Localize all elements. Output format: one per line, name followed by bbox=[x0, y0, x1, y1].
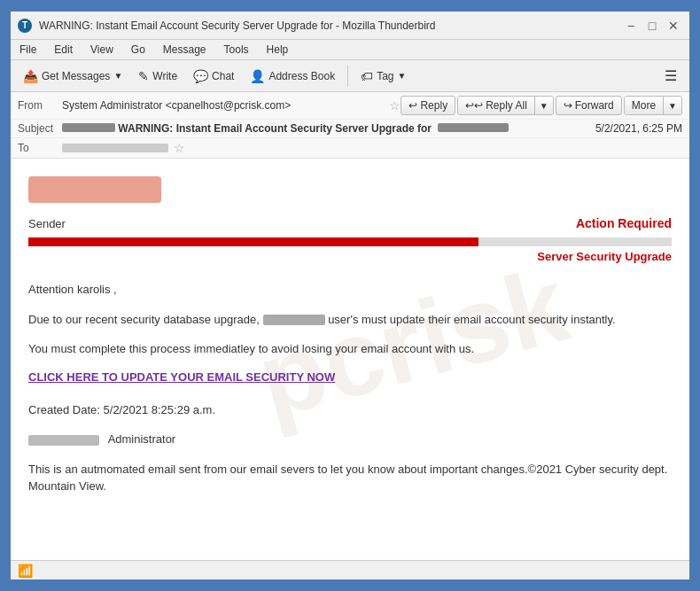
sender-image-area bbox=[28, 176, 672, 209]
email-header: From System Administrator <cpanelhost@pc… bbox=[11, 92, 689, 159]
connection-status-icon: 📶 bbox=[18, 564, 33, 578]
to-star-icon[interactable]: ☆ bbox=[174, 141, 185, 155]
forward-button[interactable]: ↪ Forward bbox=[556, 96, 622, 115]
email-para-1: Due to our recent security database upgr… bbox=[28, 311, 672, 329]
more-button-group: More ▼ bbox=[624, 96, 682, 115]
to-row: To ☆ bbox=[11, 138, 689, 158]
progress-bar-empty bbox=[478, 237, 672, 246]
action-required-text: Action Required bbox=[576, 216, 672, 230]
progress-bar bbox=[28, 237, 672, 246]
email-footer: This is an autmomated email sent from ou… bbox=[28, 461, 672, 495]
menu-tools[interactable]: Tools bbox=[221, 42, 253, 58]
minimize-button[interactable]: − bbox=[622, 17, 640, 35]
toolbar-separator bbox=[347, 66, 348, 87]
subject-label: Subject bbox=[18, 122, 62, 135]
email-date: 5/2/2021, 6:25 PM bbox=[595, 122, 682, 135]
get-messages-icon: 📤 bbox=[23, 69, 38, 83]
more-dropdown[interactable]: ▼ bbox=[664, 97, 681, 114]
menu-file[interactable]: File bbox=[16, 42, 40, 58]
phishing-link-para: CLICK HERE TO UPDATE YOUR EMAIL SECURITY… bbox=[28, 370, 672, 384]
menu-edit[interactable]: Edit bbox=[51, 42, 76, 58]
from-row: From System Administrator <cpanelhost@pc… bbox=[11, 92, 689, 120]
reply-button[interactable]: ↩ Reply bbox=[401, 96, 455, 115]
title-bar: T WARNING: Instant Email Account Securit… bbox=[11, 12, 689, 40]
menu-help[interactable]: Help bbox=[263, 42, 292, 58]
main-window: T WARNING: Instant Email Account Securit… bbox=[9, 10, 691, 581]
more-button[interactable]: More bbox=[625, 97, 664, 114]
created-date: Created Date: 5/2/2021 8:25:29 a.m. bbox=[28, 401, 672, 419]
progress-bar-filled bbox=[28, 237, 478, 246]
chat-button[interactable]: 💬 Chat bbox=[186, 66, 241, 87]
from-label: From bbox=[18, 99, 62, 112]
email-body: pcrisk Sender Action Required Serve bbox=[11, 159, 689, 525]
subject-blurred-2 bbox=[438, 123, 509, 132]
menu-bar: File Edit View Go Message Tools Help bbox=[11, 40, 689, 60]
menu-go[interactable]: Go bbox=[128, 42, 149, 58]
close-button[interactable]: ✕ bbox=[665, 17, 682, 35]
sender-action-row: Sender Action Required bbox=[28, 216, 672, 230]
action-required-area: Action Required bbox=[576, 216, 672, 230]
email-para-2: You must complete this process immediatl… bbox=[28, 340, 672, 358]
write-icon: ✎ bbox=[138, 69, 149, 83]
tag-chevron-icon: ▼ bbox=[398, 71, 407, 81]
write-button[interactable]: ✎ Write bbox=[131, 66, 184, 87]
reply-all-dropdown[interactable]: ▼ bbox=[535, 97, 553, 114]
sender-blurred-image bbox=[28, 176, 161, 203]
hamburger-menu-button[interactable]: ☰ bbox=[657, 64, 684, 88]
server-security-text: Server Security Upgrade bbox=[28, 250, 672, 263]
tag-icon: 🏷 bbox=[361, 69, 373, 83]
to-label: To bbox=[18, 142, 62, 154]
admin-row: Administrator bbox=[28, 431, 672, 448]
toolbar: 📤 Get Messages ▼ ✎ Write 💬 Chat 👤 Addres… bbox=[11, 60, 689, 92]
menu-view[interactable]: View bbox=[87, 42, 117, 58]
email-content-area[interactable]: pcrisk Sender Action Required Serve bbox=[11, 159, 689, 560]
chevron-down-icon[interactable]: ▼ bbox=[113, 71, 122, 81]
reply-all-button[interactable]: ↩↩ Reply All bbox=[458, 97, 535, 114]
subject-blurred-1 bbox=[62, 123, 115, 132]
blurred-word-1 bbox=[263, 315, 325, 325]
subject-text: WARNING: Instant Email Account Security … bbox=[118, 122, 432, 135]
subject-row: Subject WARNING: Instant Email Account S… bbox=[11, 120, 689, 138]
subject-value: WARNING: Instant Email Account Security … bbox=[62, 122, 595, 135]
maximize-button[interactable]: □ bbox=[643, 17, 661, 35]
window-title: WARNING: Instant Email Account Security … bbox=[39, 19, 615, 32]
status-bar: 📶 bbox=[11, 560, 689, 579]
admin-blurred bbox=[28, 435, 99, 446]
to-value-blurred bbox=[62, 144, 168, 152]
address-book-button[interactable]: 👤 Address Book bbox=[243, 66, 342, 87]
chat-icon: 💬 bbox=[193, 69, 208, 83]
reply-all-icon: ↩↩ bbox=[465, 99, 483, 112]
address-book-icon: 👤 bbox=[250, 69, 265, 83]
sender-label: Sender bbox=[28, 217, 66, 230]
tag-button[interactable]: 🏷 Tag ▼ bbox=[354, 66, 413, 87]
reply-icon: ↩ bbox=[408, 99, 417, 112]
window-controls: − □ ✕ bbox=[622, 17, 682, 35]
app-icon: T bbox=[18, 19, 32, 33]
email-greeting: Attention karolis , bbox=[28, 281, 672, 299]
get-messages-button[interactable]: 📤 Get Messages ▼ bbox=[16, 66, 129, 87]
from-value: System Administrator <cpanelhost@pcrisk.… bbox=[62, 99, 384, 112]
star-icon[interactable]: ☆ bbox=[389, 98, 401, 113]
menu-message[interactable]: Message bbox=[159, 42, 210, 58]
reply-all-button-group: ↩↩ Reply All ▼ bbox=[457, 96, 554, 115]
forward-icon: ↪ bbox=[564, 99, 572, 112]
progress-bar-row bbox=[28, 237, 672, 246]
email-actions: ↩ Reply ↩↩ Reply All ▼ ↪ Forward More bbox=[401, 96, 682, 115]
phishing-link[interactable]: CLICK HERE TO UPDATE YOUR EMAIL SECURITY… bbox=[28, 370, 335, 384]
